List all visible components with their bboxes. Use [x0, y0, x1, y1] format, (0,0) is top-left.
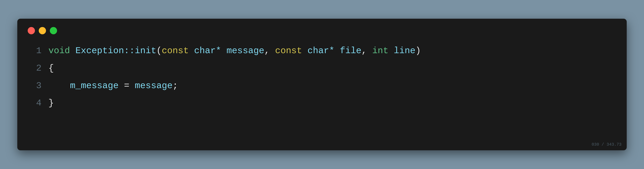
code-content-3: m_message = message; — [48, 80, 178, 92]
code-line-4: 4 } — [31, 97, 616, 110]
code-window: 1 void Exception::init(const char* messa… — [17, 19, 627, 150]
maximize-button[interactable] — [50, 27, 57, 34]
watermark: 030 / 343.73 — [592, 142, 622, 147]
line-number-3: 3 — [31, 80, 42, 92]
code-line-3: 3 m_message = message; — [31, 80, 616, 92]
line-number-1: 1 — [31, 45, 42, 57]
code-content-1: void Exception::init(const char* message… — [48, 45, 421, 57]
line-number-2: 2 — [31, 62, 42, 75]
code-line-1: 1 void Exception::init(const char* messa… — [31, 45, 616, 57]
code-content-2: { — [48, 62, 54, 75]
code-line-2: 2 { — [31, 62, 616, 75]
close-button[interactable] — [28, 27, 35, 34]
title-bar — [28, 27, 616, 34]
code-area: 1 void Exception::init(const char* messa… — [28, 45, 616, 110]
line-number-4: 4 — [31, 97, 42, 110]
minimize-button[interactable] — [39, 27, 46, 34]
code-content-4: } — [48, 97, 54, 110]
